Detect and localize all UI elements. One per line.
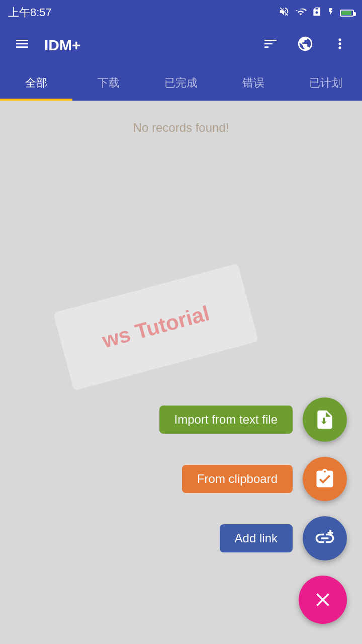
tabs-bar: 全部 下载 已完成 错误 已计划 <box>0 65 362 101</box>
fab-container: Import from text file From clipboard Add… <box>159 397 347 624</box>
mute-icon <box>279 6 290 20</box>
status-icons <box>279 6 354 20</box>
close-fab-button[interactable] <box>299 576 347 624</box>
wifi-icon <box>295 6 307 20</box>
import-text-file-fab[interactable] <box>303 397 347 442</box>
fab-row-clipboard: From clipboard <box>182 457 347 501</box>
main-content: No records found! ws Tutorial Import fro… <box>0 101 362 644</box>
sort-icon[interactable] <box>258 32 283 59</box>
from-clipboard-button[interactable]: From clipboard <box>182 465 293 493</box>
globe-icon[interactable] <box>293 31 318 60</box>
toolbar: IDM+ <box>0 25 362 65</box>
tab-all[interactable]: 全部 <box>0 65 72 101</box>
menu-icon[interactable] <box>10 32 34 59</box>
add-link-button[interactable]: Add link <box>220 524 293 552</box>
fab-row-import: Import from text file <box>159 397 347 442</box>
app-title: IDM+ <box>44 37 248 54</box>
watermark-text: ws Tutorial <box>100 301 212 353</box>
from-clipboard-fab[interactable] <box>303 457 347 501</box>
status-time: 上午8:57 <box>8 5 52 20</box>
sim-icon <box>312 7 322 19</box>
watermark: ws Tutorial <box>53 264 258 391</box>
fab-close-row <box>159 576 347 624</box>
tab-download[interactable]: 下载 <box>72 65 145 101</box>
charging-icon <box>327 6 335 20</box>
more-icon[interactable] <box>328 32 352 59</box>
tab-scheduled[interactable]: 已计划 <box>290 65 362 101</box>
battery-icon <box>340 8 354 17</box>
status-bar: 上午8:57 <box>0 0 362 25</box>
add-link-fab[interactable] <box>303 516 347 560</box>
empty-message: No records found! <box>0 101 362 155</box>
import-text-file-button[interactable]: Import from text file <box>159 406 293 434</box>
fab-row-addlink: Add link <box>220 516 347 560</box>
tab-error[interactable]: 错误 <box>217 65 290 101</box>
tab-completed[interactable]: 已完成 <box>145 65 217 101</box>
